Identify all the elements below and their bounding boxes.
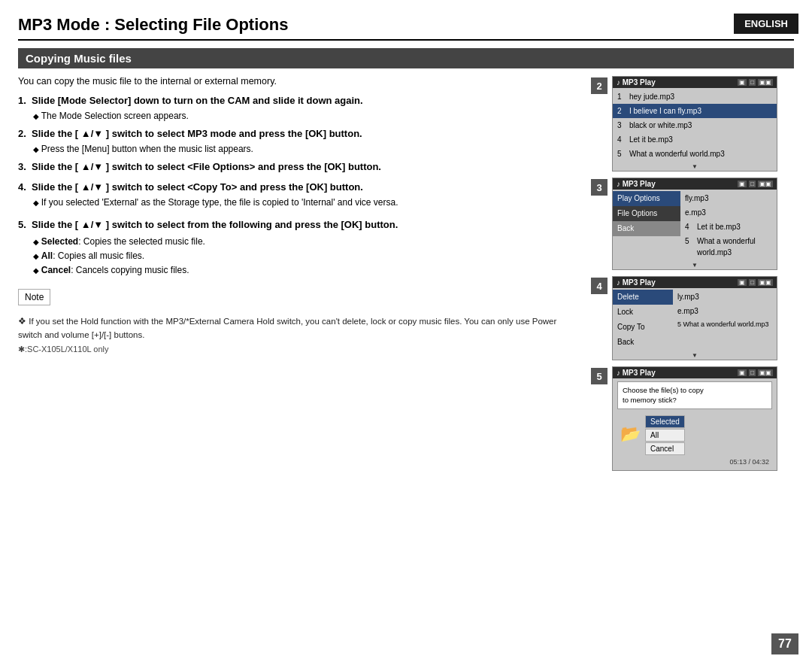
right-column: 2 ♪ MP3 Play ▣ □ ▣▣ 1hey jude.mp3 bbox=[591, 76, 794, 471]
step-circle-4: 4 bbox=[591, 278, 607, 294]
header-icon-4a: ▣ bbox=[738, 279, 747, 286]
file-row: fly.mp3 bbox=[680, 191, 777, 205]
step-1-num: 1. bbox=[18, 95, 26, 106]
bullet-cancel: Cancel: Cancels copying music files. bbox=[33, 263, 576, 278]
language-badge: ENGLISH bbox=[734, 14, 798, 34]
device-header-3: ♪ MP3 Play ▣ □ ▣▣ bbox=[613, 178, 777, 190]
file-row: 2I believe I can fly.mp3 bbox=[613, 104, 777, 118]
step-2-main: 2. Slide the [ ▲/▼ ] switch to select MP… bbox=[18, 127, 576, 141]
device-body-2: 1hey jude.mp3 2I believe I can fly.mp3 3… bbox=[613, 88, 777, 162]
device-screen-3: ♪ MP3 Play ▣ □ ▣▣ bbox=[612, 178, 777, 270]
file-row: 5What a wonderful world.mp3 bbox=[613, 147, 777, 161]
device-row-3: 3 ♪ MP3 Play ▣ □ ▣▣ bbox=[591, 178, 794, 270]
step-3-num: 3. bbox=[18, 161, 26, 172]
menu-item-copy-to: Copy To bbox=[613, 320, 673, 335]
device-screens: 2 ♪ MP3 Play ▣ □ ▣▣ 1hey jude.mp3 bbox=[591, 76, 794, 471]
device-body-4: Delete Lock Copy To Back ly.mp3 e.mp3 5 … bbox=[613, 288, 777, 351]
screen-arrow-2: ▼ bbox=[613, 162, 777, 171]
device-header-title-5: ♪ MP3 Play bbox=[617, 369, 656, 377]
header-icon-3b: □ bbox=[749, 181, 756, 187]
copy-prompt-line2: to memory stick? bbox=[623, 395, 767, 405]
section-header: Copying Music files bbox=[18, 48, 794, 68]
header-icon-4b: □ bbox=[749, 279, 756, 286]
header-icon-3c: ▣▣ bbox=[758, 181, 773, 187]
menu-item-play-options: Play Options bbox=[613, 191, 680, 206]
file-row: 3black or white.mp3 bbox=[613, 118, 777, 132]
copy-options: Selected All Cancel bbox=[645, 415, 685, 455]
step-1: 1. Slide [Mode Selector] down to turn on… bbox=[18, 94, 576, 123]
page-title: MP3 Mode : Selecting File Options bbox=[18, 15, 794, 41]
step-4-main: 4. Slide the [ ▲/▼ ] switch to select <C… bbox=[18, 181, 576, 194]
device-header-icons-3: ▣ □ ▣▣ bbox=[738, 181, 773, 187]
header-icon-5a: ▣ bbox=[738, 369, 747, 376]
step-1-sub: The Mode Selection screen appears. bbox=[18, 109, 576, 123]
step-5-main: 5. Slide the [ ▲/▼ ] switch to select fr… bbox=[18, 218, 576, 232]
device-header-5: ♪ MP3 Play ▣ □ ▣▣ bbox=[613, 367, 777, 378]
step-circle-2: 2 bbox=[591, 77, 607, 94]
footer-note-1: ❖ If you set the Hold function with the … bbox=[18, 314, 576, 342]
step-4-text: Slide the [ ▲/▼ ] switch to select <Copy… bbox=[32, 181, 363, 193]
menu-item-back: Back bbox=[613, 221, 680, 236]
file-row: ly.mp3 bbox=[673, 290, 777, 304]
step-5-text: Slide the [ ▲/▼ ] switch to select from … bbox=[32, 219, 398, 230]
device-header-icons-4: ▣ □ ▣▣ bbox=[738, 279, 773, 286]
header-icon-2c: ▣▣ bbox=[758, 79, 773, 86]
step-4-sub: If you selected 'External' as the Storag… bbox=[18, 196, 576, 209]
file-row: 4Let it be.mp3 bbox=[613, 132, 777, 147]
page-number: 77 bbox=[771, 633, 798, 654]
header-icon-5b: □ bbox=[749, 369, 756, 376]
device-header-title-2: ♪ MP3 Play bbox=[617, 78, 656, 87]
file-row: 4Let it be.mp3 bbox=[680, 220, 777, 234]
header-icon-3a: ▣ bbox=[738, 181, 747, 187]
file-row: e.mp3 bbox=[673, 304, 777, 318]
device-header-title-4: ♪ MP3 Play bbox=[617, 278, 656, 287]
copy-folder-icon: 📂 bbox=[620, 424, 641, 444]
device-row-5: 5 ♪ MP3 Play ▣ □ ▣▣ Choose bbox=[591, 366, 794, 471]
step-circle-5: 5 bbox=[591, 368, 607, 384]
bullet-selected: Selected: Copies the selected music file… bbox=[33, 235, 576, 249]
footer-note-2: ✱:SC-X105L/X110L only bbox=[18, 343, 576, 357]
step-4: 4. Slide the [ ▲/▼ ] switch to select <C… bbox=[18, 181, 576, 209]
step-4-num: 4. bbox=[18, 181, 26, 193]
device-header-icons-5: ▣ □ ▣▣ bbox=[738, 369, 773, 376]
device-row-4: 4 ♪ MP3 Play ▣ □ ▣▣ bbox=[591, 276, 794, 360]
screen5-body: Choose the file(s) to copy to memory sti… bbox=[613, 378, 777, 470]
step-2-sub: Press the [Menu] button when the music l… bbox=[18, 142, 576, 156]
copy-prompt: Choose the file(s) to copy to memory sti… bbox=[617, 381, 772, 409]
step-3-main: 3. Slide the [ ▲/▼ ] switch to select <F… bbox=[18, 160, 576, 174]
header-icon-2b: □ bbox=[749, 79, 756, 86]
copy-option-all[interactable]: All bbox=[645, 429, 685, 442]
step-1-text: Slide [Mode Selector] down to turn on th… bbox=[32, 95, 363, 106]
device-screen-5: ♪ MP3 Play ▣ □ ▣▣ Choose the file(s) to … bbox=[612, 366, 777, 471]
note-box: Note bbox=[18, 289, 50, 305]
screen-arrow-4: ▼ bbox=[613, 351, 777, 360]
header-icon-5c: ▣▣ bbox=[758, 369, 773, 376]
bullet-list: Selected: Copies the selected music file… bbox=[18, 235, 576, 278]
device-row-2: 2 ♪ MP3 Play ▣ □ ▣▣ 1hey jude.mp3 bbox=[591, 76, 794, 172]
screen-arrow-3: ▼ bbox=[613, 261, 777, 269]
device-screen-2: ♪ MP3 Play ▣ □ ▣▣ 1hey jude.mp3 2I belie… bbox=[612, 76, 777, 172]
step-2: 2. Slide the [ ▲/▼ ] switch to select MP… bbox=[18, 127, 576, 156]
step-5: 5. Slide the [ ▲/▼ ] switch to select fr… bbox=[18, 218, 576, 278]
copy-option-selected[interactable]: Selected bbox=[645, 415, 685, 428]
step-circle-3: 3 bbox=[591, 179, 607, 196]
device-header-2: ♪ MP3 Play ▣ □ ▣▣ bbox=[613, 77, 777, 88]
file-row: 5 What a wonderful world.mp3 bbox=[673, 318, 777, 332]
step-1-main: 1. Slide [Mode Selector] down to turn on… bbox=[18, 94, 576, 108]
menu-item-delete: Delete bbox=[613, 290, 673, 305]
intro-text: You can copy the music file to the inter… bbox=[18, 76, 576, 87]
left-column: You can copy the music file to the inter… bbox=[18, 76, 591, 471]
screen5-time: 05:13 / 04:32 bbox=[617, 457, 772, 467]
header-icon-4c: ▣▣ bbox=[758, 279, 773, 286]
step-3-text: Slide the [ ▲/▼ ] switch to select <File… bbox=[32, 161, 381, 172]
device-body-3: Play Options File Options Back fly.mp3 e… bbox=[613, 190, 777, 261]
copy-option-cancel[interactable]: Cancel bbox=[645, 442, 685, 455]
header-icon-2a: ▣ bbox=[738, 79, 747, 86]
device-header-title-3: ♪ MP3 Play bbox=[617, 180, 656, 188]
menu-item-lock: Lock bbox=[613, 305, 673, 320]
menu-item-file-options: File Options bbox=[613, 206, 680, 221]
device-header-4: ♪ MP3 Play ▣ □ ▣▣ bbox=[613, 277, 777, 288]
file-row: 5What a wonderful world.mp3 bbox=[680, 234, 777, 260]
step-2-text: Slide the [ ▲/▼ ] switch to select MP3 m… bbox=[32, 128, 362, 139]
device-screen-4: ♪ MP3 Play ▣ □ ▣▣ Delete Loc bbox=[612, 276, 777, 360]
